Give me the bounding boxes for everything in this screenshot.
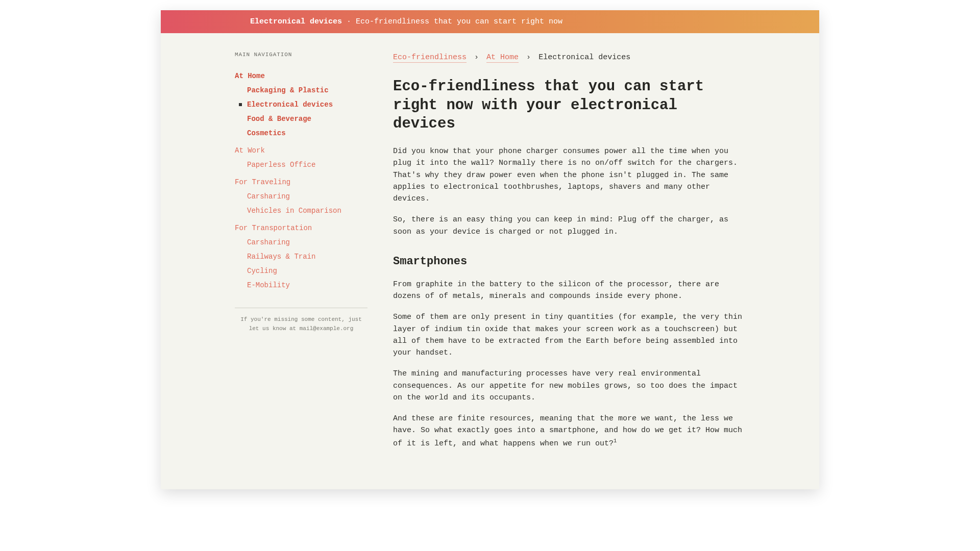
nav-item[interactable]: Railways & Train	[247, 249, 368, 264]
breadcrumb: Eco-friendliness › At Home › Electronica…	[393, 52, 745, 63]
nav-sublist: CarsharingRailways & TrainCyclingE-Mobil…	[235, 235, 368, 292]
nav-item[interactable]: Vehicles in Comparison	[247, 204, 368, 218]
sidebar-note: If you're missing some content, just let…	[235, 315, 368, 333]
sidebar-divider	[235, 308, 368, 308]
nav-heading: MAIN NAVIGATION	[235, 52, 368, 58]
article-main: Eco-friendliness › At Home › Electronica…	[393, 52, 745, 459]
nav-group: At WorkPaperless Office	[235, 143, 368, 172]
sidebar-nav: MAIN NAVIGATION At HomePackaging & Plast…	[235, 52, 368, 459]
nav-group: At HomePackaging & PlasticElectronical d…	[235, 69, 368, 140]
nav-sublist: Paperless Office	[235, 158, 368, 172]
header-inner: Electronical devices · Eco-friendliness …	[235, 17, 745, 26]
nav-category[interactable]: For Traveling	[235, 175, 368, 189]
breadcrumb-parent[interactable]: At Home	[486, 53, 519, 63]
nav-item[interactable]: Paperless Office	[247, 158, 368, 172]
page-header: Electronical devices · Eco-friendliness …	[161, 10, 819, 33]
nav-category[interactable]: At Work	[235, 143, 368, 158]
section-heading-smartphones: Smartphones	[393, 253, 745, 270]
nav-item[interactable]: Cosmetics	[247, 126, 368, 140]
nav-category[interactable]: At Home	[235, 69, 368, 83]
body-text: And these are finite resources, meaning …	[393, 414, 742, 448]
footnote-ref[interactable]: 1	[614, 438, 617, 444]
nav-item[interactable]: Electronical devices	[247, 97, 368, 112]
content-row: MAIN NAVIGATION At HomePackaging & Plast…	[219, 33, 761, 489]
intro-paragraph: Did you know that your phone charger con…	[393, 145, 745, 205]
nav-sublist: Packaging & PlasticElectronical devicesF…	[235, 83, 368, 140]
breadcrumb-current: Electronical devices	[538, 53, 630, 62]
breadcrumb-sep: ›	[526, 53, 531, 62]
nav-item[interactable]: Food & Beverage	[247, 112, 368, 126]
nav-item[interactable]: Packaging & Plastic	[247, 83, 368, 97]
header-subtitle: Eco-friendliness that you can start righ…	[356, 17, 562, 26]
nav-item[interactable]: Cycling	[247, 264, 368, 278]
body-paragraph: From graphite in the battery to the sili…	[393, 279, 745, 303]
nav-category[interactable]: For Transportation	[235, 221, 368, 235]
nav-group: For TransportationCarsharingRailways & T…	[235, 221, 368, 292]
nav-groups: At HomePackaging & PlasticElectronical d…	[235, 69, 368, 292]
nav-item[interactable]: Carsharing	[247, 235, 368, 249]
header-separator: ·	[342, 17, 356, 26]
nav-item[interactable]: Carsharing	[247, 189, 368, 204]
body-paragraph: Some of them are only present in tiny qu…	[393, 311, 745, 359]
nav-group: For TravelingCarsharingVehicles in Compa…	[235, 175, 368, 218]
breadcrumb-sep: ›	[474, 53, 479, 62]
page-title: Eco-friendliness that you can start righ…	[393, 78, 745, 133]
page-wrapper: Electronical devices · Eco-friendliness …	[161, 10, 819, 489]
body-paragraph: The mining and manufacturing processes h…	[393, 368, 745, 404]
body-paragraph: And these are finite resources, meaning …	[393, 413, 745, 449]
breadcrumb-root[interactable]: Eco-friendliness	[393, 53, 467, 63]
header-title: Electronical devices	[250, 17, 342, 26]
intro-paragraph: So, there is an easy thing you can keep …	[393, 214, 745, 238]
nav-sublist: CarsharingVehicles in Comparison	[235, 189, 368, 218]
nav-item[interactable]: E-Mobility	[247, 278, 368, 292]
